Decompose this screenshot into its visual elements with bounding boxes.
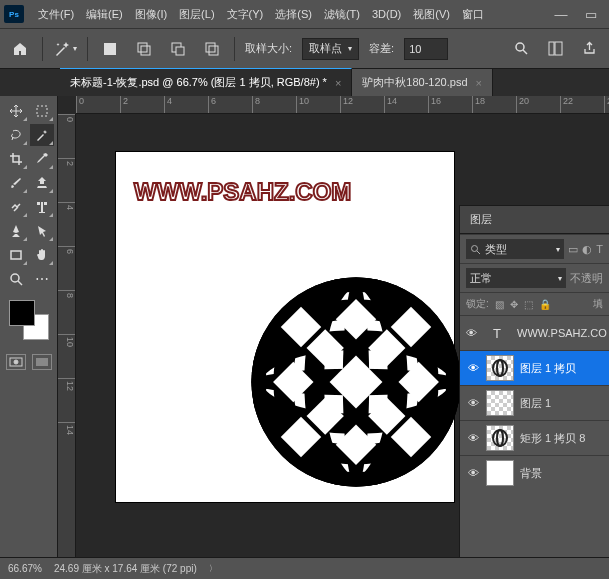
marquee-tool[interactable] bbox=[30, 100, 54, 122]
svg-point-13 bbox=[11, 274, 19, 282]
svg-rect-6 bbox=[209, 46, 218, 55]
home-icon[interactable] bbox=[8, 37, 32, 61]
filter-adjust-icon[interactable]: ◐ bbox=[582, 243, 592, 256]
tab-inactive[interactable]: 驴肉中秋180-120.psd × bbox=[352, 69, 493, 96]
healing-brush-tool[interactable] bbox=[4, 196, 28, 218]
menu-window[interactable]: 窗口 bbox=[456, 3, 490, 26]
window-minimize[interactable]: — bbox=[547, 4, 575, 24]
blend-mode-dropdown[interactable]: 正常 ▾ bbox=[466, 268, 566, 288]
path-selection-tool[interactable] bbox=[30, 220, 54, 242]
ruler-horizontal[interactable]: 024681012141618202224 bbox=[76, 96, 609, 114]
layer-name[interactable]: 图层 1 bbox=[520, 396, 551, 411]
workspace-icon[interactable] bbox=[543, 37, 567, 61]
filter-image-icon[interactable]: ▭ bbox=[568, 243, 578, 256]
document-canvas[interactable]: WWW.PSAHZ.COM bbox=[116, 152, 454, 502]
zoom-tool[interactable] bbox=[4, 268, 28, 290]
menu-image[interactable]: 图像(I) bbox=[129, 3, 173, 26]
visibility-toggle[interactable]: 👁 bbox=[466, 467, 480, 479]
menu-file[interactable]: 文件(F) bbox=[32, 3, 80, 26]
canvas-area[interactable]: 024681012141618202224 02468101214 WWW.PS… bbox=[58, 96, 609, 557]
svg-point-45 bbox=[493, 430, 507, 446]
close-icon[interactable]: × bbox=[335, 77, 341, 89]
visibility-toggle[interactable]: 👁 bbox=[466, 397, 480, 409]
brush-tool[interactable] bbox=[4, 172, 28, 194]
subtract-selection-icon[interactable] bbox=[166, 37, 190, 61]
status-chevron-icon[interactable]: 〉 bbox=[209, 563, 217, 574]
move-tool[interactable] bbox=[4, 100, 28, 122]
watermark-text: WWW.PSAHZ.COM bbox=[134, 178, 351, 206]
layer-row-background[interactable]: 👁 背景 bbox=[460, 455, 609, 490]
svg-rect-1 bbox=[138, 43, 147, 52]
layer-name[interactable]: 矩形 1 拷贝 8 bbox=[520, 431, 585, 446]
svg-rect-10 bbox=[555, 42, 562, 55]
type-tool[interactable] bbox=[30, 196, 54, 218]
intersect-selection-icon[interactable] bbox=[200, 37, 224, 61]
lock-icon[interactable]: 🔒 bbox=[539, 299, 551, 310]
search-icon[interactable] bbox=[509, 37, 533, 61]
lock-pixels-icon[interactable]: ⬚ bbox=[524, 299, 533, 310]
add-selection-icon[interactable] bbox=[132, 37, 156, 61]
clone-stamp-tool[interactable] bbox=[30, 172, 54, 194]
svg-rect-9 bbox=[549, 42, 554, 55]
magic-wand-tool[interactable] bbox=[30, 124, 54, 146]
crop-tool[interactable] bbox=[4, 148, 28, 170]
eyedropper-tool[interactable] bbox=[30, 148, 54, 170]
zoom-level[interactable]: 66.67% bbox=[8, 563, 42, 574]
window-maximize[interactable]: ▭ bbox=[577, 4, 605, 24]
svg-rect-4 bbox=[176, 47, 184, 55]
layer-row[interactable]: 👁 图层 1 bbox=[460, 385, 609, 420]
hand-tool[interactable] bbox=[30, 244, 54, 266]
sample-size-dropdown[interactable]: 取样点▾ bbox=[302, 38, 359, 60]
svg-point-7 bbox=[516, 43, 524, 51]
menu-select[interactable]: 选择(S) bbox=[269, 3, 318, 26]
menu-edit[interactable]: 编辑(E) bbox=[80, 3, 129, 26]
lock-position-icon[interactable]: ✥ bbox=[510, 299, 518, 310]
lattice-sphere-graphic bbox=[246, 272, 466, 492]
rectangle-tool[interactable] bbox=[4, 244, 28, 266]
edit-toolbar[interactable]: ⋯ bbox=[30, 268, 54, 290]
quick-mask-icon[interactable] bbox=[32, 354, 52, 370]
svg-rect-31 bbox=[330, 356, 383, 409]
visibility-toggle[interactable]: 👁 bbox=[466, 432, 480, 444]
document-tabs: 未标题-1-恢复.psd @ 66.7% (图层 1 拷贝, RGB/8#) *… bbox=[0, 68, 609, 96]
layer-row-text[interactable]: 👁 T WWW.PSAHZ.CO bbox=[460, 315, 609, 350]
layer-name[interactable]: 背景 bbox=[520, 466, 542, 481]
svg-line-8 bbox=[523, 50, 527, 54]
share-icon[interactable] bbox=[577, 37, 601, 61]
visibility-toggle[interactable]: 👁 bbox=[466, 327, 477, 339]
new-selection-icon[interactable] bbox=[98, 37, 122, 61]
svg-point-42 bbox=[497, 360, 503, 376]
svg-rect-17 bbox=[36, 358, 48, 366]
close-icon[interactable]: × bbox=[476, 77, 482, 89]
layer-name[interactable]: 图层 1 拷贝 bbox=[520, 361, 576, 376]
sample-size-label: 取样大小: bbox=[245, 41, 292, 56]
lock-all-icon[interactable]: ▧ bbox=[495, 299, 504, 310]
visibility-toggle[interactable]: 👁 bbox=[466, 362, 480, 374]
standard-mode-icon[interactable] bbox=[6, 354, 26, 370]
ruler-vertical[interactable]: 02468101214 bbox=[58, 114, 76, 557]
menu-layer[interactable]: 图层(L) bbox=[173, 3, 220, 26]
menu-type[interactable]: 文字(Y) bbox=[221, 3, 270, 26]
tab-active[interactable]: 未标题-1-恢复.psd @ 66.7% (图层 1 拷贝, RGB/8#) *… bbox=[60, 68, 352, 96]
layers-tab[interactable]: 图层 bbox=[460, 206, 609, 234]
color-swatches[interactable] bbox=[9, 300, 49, 340]
menubar: Ps 文件(F) 编辑(E) 图像(I) 图层(L) 文字(Y) 选择(S) 滤… bbox=[0, 0, 609, 28]
layer-name[interactable]: WWW.PSAHZ.CO bbox=[517, 327, 607, 339]
magic-wand-icon[interactable]: ▾ bbox=[53, 37, 77, 61]
layer-row-selected[interactable]: 👁 图层 1 拷贝 bbox=[460, 350, 609, 385]
menu-3d[interactable]: 3D(D) bbox=[366, 4, 407, 24]
svg-line-41 bbox=[477, 251, 480, 254]
svg-rect-5 bbox=[206, 43, 215, 52]
status-bar: 66.67% 24.69 厘米 x 17.64 厘米 (72 ppi) 〉 bbox=[0, 557, 609, 579]
layer-filter-dropdown[interactable]: 类型 ▾ bbox=[466, 239, 564, 259]
tolerance-input[interactable] bbox=[404, 38, 448, 60]
svg-point-44 bbox=[497, 430, 503, 446]
pen-tool[interactable] bbox=[4, 220, 28, 242]
foreground-color[interactable] bbox=[9, 300, 35, 326]
layer-thumbnail bbox=[486, 355, 514, 381]
filter-type-icon[interactable]: T bbox=[596, 243, 603, 255]
layer-row[interactable]: 👁 矩形 1 拷贝 8 bbox=[460, 420, 609, 455]
menu-filter[interactable]: 滤镜(T) bbox=[318, 3, 366, 26]
menu-view[interactable]: 视图(V) bbox=[407, 3, 456, 26]
lasso-tool[interactable] bbox=[4, 124, 28, 146]
